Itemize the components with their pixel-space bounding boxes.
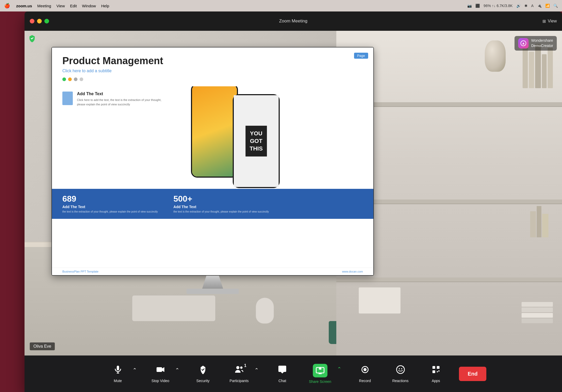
menu-help[interactable]: Help (101, 4, 109, 8)
slide-icon-text: Add The Text Click here to add the text,… (62, 92, 170, 106)
presentation-slide: Page Product Management Click here to ad… (52, 47, 373, 275)
share-screen-label: Share Screen (309, 379, 331, 384)
mute-button[interactable]: Mute (105, 362, 131, 385)
reactions-icon (396, 365, 405, 377)
mute-label: Mute (114, 379, 122, 383)
book-m3 (542, 214, 548, 237)
slide-left: Add The Text Click here to add the text,… (52, 86, 181, 189)
record-group: Record (347, 362, 383, 385)
book-2 (529, 52, 534, 88)
slide-footer-right: www.docan.com (342, 270, 363, 273)
slide-middle: Add The Text Click here to add the text,… (52, 86, 373, 189)
share-screen-button[interactable]: Share Screen (305, 361, 336, 386)
stack-1 (522, 302, 553, 307)
volume-icon: 🔊 (516, 4, 521, 8)
charge-icon: 🔌 (537, 4, 542, 8)
video-camera-icon (156, 365, 165, 377)
stack-4 (522, 318, 553, 323)
stat-1-number: 689 (62, 194, 158, 204)
wondershare-text: Wondershare DemoCreator (531, 38, 553, 48)
menu-meeting[interactable]: Meeting (37, 4, 51, 8)
slide-stats: 689 Add The Text the text is the extract… (52, 189, 373, 219)
maximize-button[interactable] (44, 19, 49, 23)
slide-dots (62, 77, 363, 81)
participants-label: Participants (230, 379, 249, 383)
search-icon[interactable]: 🔍 (553, 4, 558, 8)
decorative-vase (485, 40, 506, 72)
battery-percent: 96% ↑↓ 6.7K/3.8K (483, 4, 512, 8)
book-m1 (530, 211, 536, 237)
share-screen-icon-bg (313, 364, 327, 377)
mute-chevron[interactable]: ⌃ (131, 367, 138, 373)
phone-mockup-1 (191, 86, 238, 178)
close-button[interactable] (30, 19, 34, 23)
stop-video-button[interactable]: Stop Video (147, 362, 174, 385)
record-button[interactable]: Record (352, 362, 378, 385)
monitor-base (187, 289, 239, 294)
view-button[interactable]: ⊞ View (542, 19, 557, 24)
svg-point-7 (240, 366, 243, 369)
apps-icon (431, 365, 441, 377)
participants-icon (234, 365, 244, 377)
participant-name-label: Oliva Eve (30, 342, 55, 350)
titlebar: Zoom Meeting ⊞ View (25, 11, 562, 31)
font-icon: A (531, 4, 534, 8)
participants-chevron[interactable]: ⌃ (253, 367, 260, 373)
stat-1-desc: the text is the extraction of your thoug… (62, 210, 158, 214)
shelf-books-middle (530, 206, 548, 237)
add-text-heading: Add The Text (77, 92, 170, 96)
slide-header: Product Management Click here to add a s… (52, 47, 373, 86)
mute-group: Mute ⌃ (100, 362, 143, 385)
apps-label: Apps (432, 379, 440, 383)
stop-video-label: Stop Video (152, 379, 169, 383)
monitor-screen: Page Product Management Click here to ad… (51, 47, 374, 275)
slide-subtitle: Click here to add a subtitle (62, 69, 363, 73)
chat-button[interactable]: Chat (269, 362, 295, 385)
security-shield (28, 34, 36, 43)
participants-icon-wrap: 1 (234, 365, 244, 377)
apple-menu[interactable]: 🍎 (4, 3, 10, 9)
stat-block-2: 500+ Add The Text the text is the extrac… (174, 194, 269, 214)
svg-point-12 (363, 368, 367, 371)
security-lock-icon (198, 365, 208, 377)
end-meeting-button[interactable]: End (459, 367, 487, 381)
security-button[interactable]: Security (190, 362, 216, 385)
menu-edit[interactable]: Edit (70, 4, 77, 8)
stat-block-1: 689 Add The Text the text is the extract… (62, 194, 158, 214)
slide-text: Add The Text Click here to add the text,… (77, 92, 170, 106)
apps-button[interactable]: Apps (423, 362, 449, 385)
app-name[interactable]: zoom.us (16, 4, 32, 8)
slide-title: Product Management (62, 55, 363, 67)
svg-rect-4 (157, 367, 162, 372)
record-icon (360, 365, 370, 377)
stat-2-number: 500+ (174, 194, 269, 204)
reactions-button[interactable]: Reactions (387, 362, 414, 385)
camera-icon: 📷 (467, 4, 472, 8)
menu-window[interactable]: Window (82, 4, 96, 8)
svg-rect-18 (432, 370, 435, 373)
record-label: Record (359, 379, 371, 383)
svg-rect-17 (437, 366, 440, 369)
add-text-desc: Click here to add the text, the text is … (77, 98, 170, 106)
ws-logo-svg (520, 40, 527, 46)
video-chevron[interactable]: ⌃ (174, 367, 181, 373)
book-stack (522, 302, 553, 323)
participants-button[interactable]: 1 Participants (225, 362, 253, 385)
book-5 (548, 48, 553, 88)
stack-3 (522, 313, 553, 318)
share-screen-group: Share Screen ⌃ (300, 361, 347, 386)
video-group: Stop Video ⌃ (143, 362, 185, 385)
svg-point-14 (399, 368, 400, 369)
menu-view[interactable]: View (56, 4, 65, 8)
minimize-button[interactable] (37, 19, 42, 23)
phone-screen-1 (192, 86, 237, 177)
stat-2-heading: Add The Text (174, 205, 269, 209)
share-screen-chevron[interactable]: ⌃ (336, 366, 343, 372)
chat-icon (278, 365, 287, 377)
grid-icon: ⊞ (542, 19, 546, 24)
share-screen-icon (315, 366, 325, 375)
slide-icon (62, 92, 73, 105)
window-title: Zoom Meeting (279, 19, 308, 24)
book-1 (523, 46, 528, 88)
svg-marker-5 (162, 367, 164, 372)
